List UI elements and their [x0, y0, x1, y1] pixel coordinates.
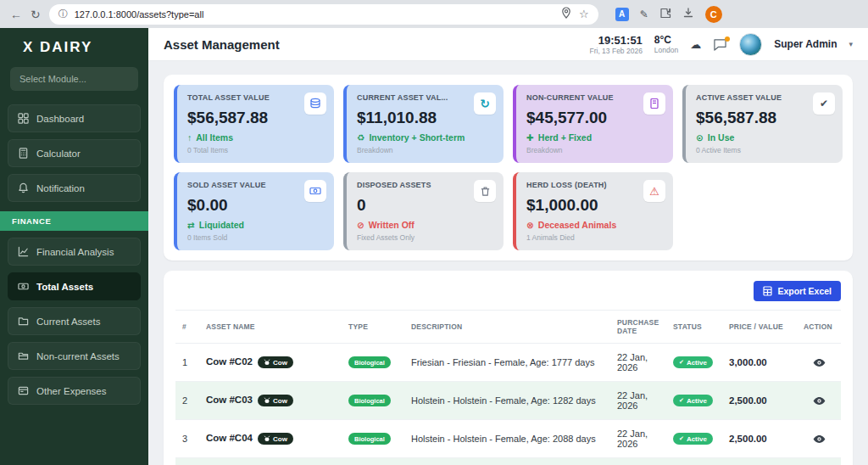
sidebar-section-finance: FINANCE	[0, 211, 148, 231]
cow-badge: Cow	[258, 395, 293, 406]
url-bar[interactable]: ⓘ 127.0.0.1:8000/assets?type=all ☆	[49, 4, 598, 25]
translate-icon[interactable]: A	[615, 8, 629, 21]
excel-file-icon	[763, 286, 772, 296]
cloud-icon: ☁	[690, 38, 701, 51]
sidebar-item-label: Dashboard	[36, 114, 84, 124]
column-header-num[interactable]: #	[175, 311, 199, 344]
sidebar-item-label: Financial Analysis	[36, 247, 114, 257]
stat-card-active-asset-value: ACTIVE ASSET VALUE ✔ $56,587.88 ⊙In Use …	[682, 85, 843, 163]
stat-card-sold-asset-value: SOLD ASSET VALUE $0.00 ⇄Liquidated 0 Ite…	[174, 172, 334, 250]
deceased-icon: ⊗	[526, 220, 534, 230]
card-status: ✚Herd + Fixed	[526, 132, 663, 143]
view-asset-button[interactable]	[811, 433, 827, 445]
status-badge: ✔Active	[673, 356, 713, 368]
user-avatar[interactable]	[739, 33, 762, 56]
sidebar-item-label: Current Assets	[36, 317, 100, 327]
type-badge: Biological	[348, 356, 391, 368]
dashboard-icon	[18, 113, 29, 124]
card-title: CURRENT ASSET VAL...	[357, 93, 493, 102]
cow-icon	[264, 397, 270, 404]
download-icon[interactable]	[682, 7, 694, 22]
card-subtext: 0 Total Items	[187, 146, 324, 154]
cash-icon	[304, 180, 326, 202]
sidebar-item-other-expenses[interactable]: Other Expenses	[8, 377, 141, 405]
view-asset-button[interactable]	[811, 356, 827, 369]
cow-icon	[264, 359, 270, 366]
card-title: NON-CURRENT VALUE	[526, 93, 663, 102]
card-subtext: 1 Animals Died	[526, 233, 663, 242]
list-card-icon	[18, 385, 29, 396]
empty-card-slot	[682, 172, 843, 250]
card-status: ⇄Liquidated	[187, 220, 324, 230]
card-title: DISPOSED ASSETS	[357, 181, 493, 189]
sidebar-item-current-assets[interactable]: Current Assets	[8, 307, 141, 335]
back-icon[interactable]: ←	[10, 8, 22, 20]
assets-table-panel: Export Excel # Asset Name Type Descripti…	[164, 271, 853, 465]
column-header-type[interactable]: Type	[342, 311, 404, 344]
stat-cards-panel: TOTAL ASSET VALUE $56,587.88 ↑All Items …	[164, 75, 853, 261]
asset-name: Cow #C02	[206, 356, 253, 367]
card-status: ⊙In Use	[696, 132, 832, 143]
cow-icon	[264, 435, 270, 442]
card-title: SOLD ASSET VALUE	[187, 181, 324, 189]
asset-description: Holstein - Holstein - Female, Age: 2561 …	[404, 458, 610, 465]
check-icon: ✔	[679, 359, 684, 366]
trash-icon	[474, 180, 496, 202]
purchase-date: 22 Jan, 2026	[610, 344, 666, 382]
transfer-icon: ⇄	[187, 220, 195, 230]
status-badge: ✔Active	[673, 395, 713, 406]
column-header-name[interactable]: Asset Name	[199, 311, 342, 344]
pen-icon[interactable]: ✎	[640, 8, 648, 20]
site-info-icon[interactable]: ⓘ	[58, 8, 68, 20]
asset-name: Cow #C03	[206, 395, 253, 405]
column-header-description[interactable]: Description	[404, 311, 610, 344]
url-input[interactable]: 127.0.0.1:8000/assets?type=all	[75, 9, 554, 20]
weather-widget: 8°C London	[654, 34, 678, 54]
column-header-status[interactable]: Status	[666, 311, 722, 344]
sidebar-item-calculator[interactable]: Calculator	[8, 139, 141, 167]
asset-name: Cow #C04	[206, 433, 253, 443]
table-row: 3 Cow #C04Cow Biological Holstein - Hols…	[175, 420, 841, 458]
card-status: ⊘Written Off	[357, 220, 493, 230]
card-subtext: Breakdown	[526, 146, 663, 154]
clock-date: Fri, 13 Feb 2026	[589, 47, 642, 55]
stat-card-total-asset-value: TOTAL ASSET VALUE $56,587.88 ↑All Items …	[174, 85, 334, 163]
card-title: ACTIVE ASSET VALUE	[696, 93, 832, 102]
chat-notification-button[interactable]	[713, 38, 727, 51]
reload-icon[interactable]: ↻	[31, 8, 41, 20]
bookmark-star-icon[interactable]: ☆	[579, 8, 589, 20]
asset-description: Friesian - Friesian - Female, Age: 1777 …	[404, 344, 610, 382]
location-icon[interactable]	[561, 7, 571, 22]
sidebar-item-notification[interactable]: Notification	[8, 174, 141, 202]
sidebar-item-dashboard[interactable]: Dashboard	[8, 104, 141, 132]
recycle-icon: ♻	[357, 132, 364, 143]
card-subtext: Fixed Assets Only	[357, 233, 493, 242]
stat-card-non-current-value: NON-CURRENT VALUE $45,577.00 ✚Herd + Fix…	[513, 85, 673, 163]
folder-icon	[18, 350, 29, 361]
table-row: 4 Cow #C05Cow Biological Holstein - Hols…	[175, 458, 841, 465]
module-select[interactable]: Select Module...	[10, 67, 138, 91]
purchase-date: 22 Jan, 2026	[610, 420, 666, 458]
column-header-action[interactable]: Action	[797, 311, 841, 344]
column-header-date[interactable]: Purchase Date	[610, 311, 666, 344]
sidebar-item-total-assets[interactable]: Total Assets	[8, 272, 141, 300]
weather-city: London	[654, 46, 678, 54]
chevron-down-icon[interactable]: ▾	[849, 40, 853, 48]
sidebar-item-label: Other Expenses	[36, 386, 106, 396]
row-number: 2	[175, 382, 199, 420]
asset-price: 2,500.00	[729, 395, 767, 406]
user-menu[interactable]: Super Admin	[774, 38, 837, 50]
card-value: $1,000.00	[526, 196, 663, 215]
sidebar-item-non-current-assets[interactable]: Non-current Assets	[8, 342, 141, 370]
sidebar-item-financial-analysis[interactable]: Financial Analysis	[8, 238, 141, 266]
card-subtext: 0 Items Sold	[187, 233, 324, 242]
purchase-date: 22 Jan, 2026	[610, 458, 666, 465]
check-icon: ✔	[679, 435, 684, 442]
column-header-price[interactable]: Price / Value	[722, 311, 797, 344]
view-asset-button[interactable]	[811, 395, 827, 407]
export-excel-button[interactable]: Export Excel	[754, 281, 841, 301]
notification-dot	[725, 36, 730, 42]
extensions-puzzle-icon[interactable]	[659, 7, 671, 22]
browser-profile-avatar[interactable]: C	[705, 6, 722, 23]
sidebar-item-label: Calculator	[36, 148, 81, 159]
